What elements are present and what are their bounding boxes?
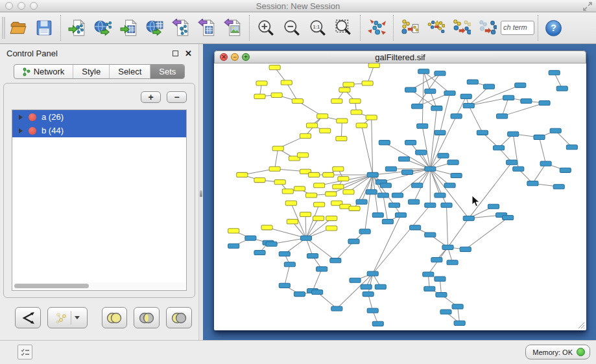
intersect-sets-button[interactable] — [134, 307, 160, 328]
tab-sets[interactable]: Sets — [150, 65, 184, 78]
export-image-button[interactable] — [220, 14, 246, 41]
graph-node-blue — [488, 204, 499, 209]
dropdown-arrow-icon[interactable] — [75, 316, 80, 319]
graph-node-yellow — [292, 98, 303, 103]
graph-node-yellow — [237, 172, 248, 177]
graph-node-blue — [388, 203, 399, 207]
help-button[interactable]: ? — [545, 20, 562, 36]
create-set-from-network-button[interactable] — [47, 307, 88, 328]
graph-node-blue — [527, 181, 538, 186]
graph-node-blue — [436, 293, 447, 297]
expand-icon[interactable] — [583, 2, 592, 11]
remove-set-button[interactable]: − — [167, 91, 187, 103]
graph-node-yellow — [349, 206, 360, 210]
tab-style[interactable]: Style — [73, 65, 110, 78]
import-network-url-button[interactable] — [90, 14, 116, 41]
network-tab-icon — [23, 67, 30, 76]
difference-sets-button[interactable] — [166, 307, 192, 328]
panel-splitter[interactable] — [198, 44, 203, 340]
graph-node-blue — [417, 124, 428, 128]
graph-node-yellow — [269, 166, 280, 171]
graph-node-blue — [556, 86, 567, 91]
network-frame-title: galFiltered.sif — [215, 52, 586, 62]
graph-node-yellow — [323, 172, 334, 177]
graph-node-blue — [435, 130, 446, 135]
save-session-button[interactable] — [31, 14, 57, 41]
graph-node-blue — [359, 229, 370, 234]
tab-select[interactable]: Select — [110, 65, 150, 78]
new-network-selected-nodes-all-edges-button[interactable] — [449, 14, 475, 41]
network-frame-titlebar[interactable]: ✕ − + galFiltered.sif — [214, 51, 586, 63]
network-from-selection-button[interactable] — [397, 14, 423, 41]
import-table-file-button[interactable] — [116, 14, 142, 41]
task-history-button[interactable] — [18, 345, 32, 359]
new-network-selected-edges-icon — [479, 19, 497, 37]
network-canvas[interactable] — [215, 63, 586, 330]
graph-node-blue — [549, 71, 560, 75]
new-network-all-edges-icon — [453, 19, 471, 37]
graph-node-yellow — [368, 63, 379, 68]
graph-node-yellow — [254, 178, 265, 183]
splitter-grip[interactable] — [200, 190, 202, 197]
graph-node-yellow — [306, 123, 317, 128]
graph-node-blue — [405, 87, 416, 92]
tab-label: Sets — [159, 67, 176, 76]
network-frame[interactable]: ✕ − + galFiltered.sif — [214, 51, 586, 330]
graph-node-yellow — [274, 180, 285, 185]
close-panel-icon[interactable]: ✕ — [185, 49, 192, 58]
graph-node-blue — [367, 308, 378, 313]
new-network-selected-nodes-selected-edges-button[interactable] — [475, 14, 501, 41]
graph-node-blue — [539, 100, 550, 105]
add-set-button[interactable]: + — [141, 91, 161, 103]
graph-node-blue — [553, 185, 564, 189]
memory-status-button[interactable]: Memory: OK — [525, 345, 590, 359]
graph-node-blue — [560, 168, 571, 172]
control-panel-header: Control Panel ✕ — [0, 44, 198, 62]
graph-node-blue — [444, 183, 455, 188]
horizontal-scrollbar[interactable] — [13, 282, 185, 290]
export-table-button[interactable] — [194, 14, 220, 41]
float-panel-icon[interactable] — [173, 51, 178, 56]
graph-node-blue — [284, 262, 295, 267]
disclosure-triangle-icon[interactable] — [19, 115, 23, 120]
tab-network[interactable]: Network — [14, 65, 74, 78]
list-item-set-b[interactable]: b (44) — [12, 124, 186, 137]
resize-grip-icon[interactable] — [577, 321, 585, 329]
set-color-dot — [29, 127, 36, 135]
import-network-file-button[interactable] — [64, 14, 90, 41]
graph-node-blue — [447, 160, 459, 165]
split-set-button[interactable] — [15, 307, 41, 328]
export-network-button[interactable] — [168, 14, 194, 41]
graph-node-blue — [447, 260, 458, 265]
zoom-actual-label: 1:1 — [313, 24, 320, 30]
select-neighbors-icon — [427, 19, 445, 37]
graph-node-blue — [356, 199, 367, 204]
graph-node-blue — [503, 215, 514, 220]
graph-node-yellow — [314, 202, 325, 207]
disclosure-triangle-icon[interactable] — [19, 128, 23, 133]
graph-node-yellow — [331, 98, 342, 103]
graph-node-yellow — [300, 133, 311, 138]
graph-node-blue — [513, 166, 524, 171]
graph-node-blue — [331, 306, 342, 311]
search-input[interactable]: ch term — [501, 21, 534, 35]
scrollbar-thumb[interactable] — [14, 284, 89, 288]
apply-layout-button[interactable] — [364, 14, 390, 41]
list-item-set-a[interactable]: a (26) — [12, 110, 186, 124]
zoom-in-button[interactable] — [253, 14, 279, 41]
zoom-out-button[interactable] — [279, 14, 305, 41]
venn-difference-icon — [171, 312, 187, 324]
graph-node-blue — [566, 145, 577, 150]
zoom-fit-button[interactable] — [331, 14, 357, 41]
union-sets-button[interactable] — [102, 307, 128, 328]
graph-node-yellow — [366, 115, 377, 120]
graph-node-yellow — [333, 166, 344, 171]
import-table-url-button[interactable] — [142, 14, 168, 41]
open-session-button[interactable] — [5, 14, 31, 41]
select-neighbors-button[interactable] — [423, 14, 449, 41]
control-panel: Control Panel ✕ Network Style Select Set… — [0, 44, 198, 340]
zoom-actual-size-button[interactable]: 1:1 — [305, 14, 331, 41]
zoom-fit-icon — [335, 19, 353, 37]
graph-node-yellow — [256, 81, 267, 85]
graph-node-blue — [385, 166, 396, 171]
